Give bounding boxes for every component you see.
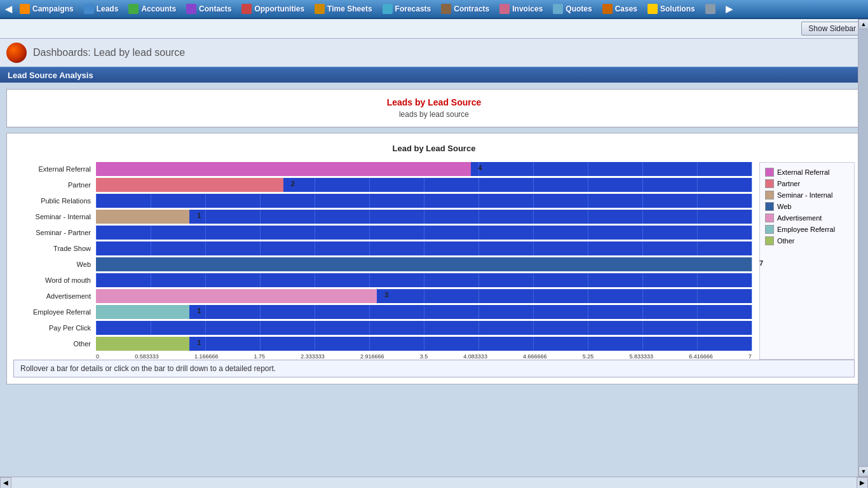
bar-fill: 3: [96, 289, 377, 303]
nav-item-forecasts[interactable]: Forecasts: [377, 3, 437, 15]
bar-label: External Referral: [13, 165, 96, 173]
top-navigation: ◀ Campaigns Leads Accounts Contacts Oppo…: [0, 0, 868, 19]
bar-row[interactable]: Other1: [13, 337, 752, 351]
horizontal-scroll-track[interactable]: [11, 477, 857, 488]
nav-item-cases[interactable]: Cases: [597, 3, 642, 15]
x-axis-label: 7: [749, 353, 752, 360]
bar-label: Seminar - Internal: [13, 213, 96, 220]
more-icon: [705, 4, 715, 14]
x-axis-label: 0.583333: [135, 353, 159, 360]
nav-item-solutions[interactable]: Solutions: [642, 3, 700, 15]
scroll-thumb[interactable]: [858, 29, 868, 466]
bar-label: Pay Per Click: [13, 324, 96, 332]
legend-item: Other: [765, 236, 849, 245]
show-sidebar-button[interactable]: Show Sidebar: [801, 22, 863, 36]
main-content: Leads by Lead Source leads by lead sourc…: [0, 83, 868, 473]
scroll-right-button[interactable]: ▶: [857, 477, 868, 489]
bar-label: Employee Referral: [13, 308, 96, 316]
bar-row[interactable]: Seminar - Internal1: [13, 210, 752, 224]
bar-value-label: 3: [384, 291, 388, 299]
chart-body: Lead by Lead Source External Referral4Pa…: [7, 133, 861, 384]
nav-item-opportunities[interactable]: Opportunities: [236, 3, 309, 15]
legend-color-box: [765, 191, 774, 200]
quotes-icon: [553, 4, 563, 14]
x-axis: 00.5833331.1666661.752.3333332.9166663.5…: [96, 353, 752, 360]
nav-item-invoices[interactable]: Invoices: [494, 3, 548, 15]
nav-item-quotes[interactable]: Quotes: [548, 3, 597, 15]
bar-label: Advertisement: [13, 292, 96, 300]
forecasts-icon: [383, 4, 393, 14]
bar-row[interactable]: Word of mouth: [13, 273, 752, 287]
bar-fill: 1: [96, 210, 189, 224]
nav-item-accounts[interactable]: Accounts: [123, 3, 181, 15]
legend-item: Seminar - Internal: [765, 191, 849, 200]
bar-row[interactable]: Pay Per Click: [13, 321, 752, 335]
bar-value-label: 1: [197, 212, 201, 219]
chart-legend: External ReferralPartnerSeminar - Intern…: [759, 162, 855, 360]
scroll-up-button[interactable]: ▲: [858, 19, 868, 29]
nav-item-leads[interactable]: Leads: [79, 3, 124, 15]
bar-row[interactable]: Public Relations: [13, 194, 752, 208]
nav-scroll-right[interactable]: ▶: [723, 4, 735, 14]
legend-label: Seminar - Internal: [777, 191, 832, 199]
bar-label: Public Relations: [13, 197, 96, 205]
bar-chart: External Referral4Partner2Public Relatio…: [13, 162, 752, 351]
x-axis-label: 0: [96, 353, 99, 360]
legend-item: Employee Referral: [765, 225, 849, 234]
cases-icon: [602, 4, 613, 14]
timesheets-icon: [315, 4, 325, 14]
bar-row[interactable]: Trade Show: [13, 241, 752, 255]
legend-label: External Referral: [777, 168, 830, 176]
bar-label: Web: [13, 261, 96, 268]
bar-label: Trade Show: [13, 245, 96, 252]
accounts-icon: [128, 4, 139, 14]
x-axis-label: 2.916666: [360, 353, 384, 360]
dashboard-title-bar: Dashboards: Lead by lead source: [0, 39, 868, 68]
bar-label: Other: [13, 340, 96, 348]
opportunities-icon: [241, 4, 252, 14]
nav-item-campaigns[interactable]: Campaigns: [15, 3, 79, 15]
bar-row[interactable]: Partner2: [13, 178, 752, 192]
nav-item-timesheets[interactable]: Time Sheets: [309, 3, 377, 15]
bar-label: Seminar - Partner: [13, 229, 96, 236]
legend-item: Partner: [765, 179, 849, 188]
nav-item-contracts[interactable]: Contracts: [436, 3, 494, 15]
chart-title-section: Leads by Lead Source leads by lead sourc…: [7, 90, 861, 127]
legend-color-box: [765, 179, 774, 188]
bar-row[interactable]: Employee Referral1: [13, 305, 752, 319]
legend-color-box: [765, 168, 774, 177]
bar-fill: 2: [96, 178, 283, 192]
scroll-down-button[interactable]: ▼: [858, 466, 868, 477]
bar-fill: 1: [96, 337, 189, 351]
scroll-left-button[interactable]: ◀: [0, 477, 11, 489]
bar-value-label: 2: [291, 180, 295, 187]
bar-row[interactable]: Seminar - Partner: [13, 226, 752, 240]
nav-item-more[interactable]: [700, 3, 723, 15]
chart-title-container: Leads by Lead Source leads by lead sourc…: [6, 89, 862, 128]
right-scrollbar: ▲ ▼: [858, 19, 868, 477]
campaigns-icon: [20, 4, 30, 14]
bar-value-label: 1: [197, 339, 201, 346]
legend-color-box: [765, 225, 774, 234]
bar-row[interactable]: Web7: [13, 257, 752, 271]
bar-row[interactable]: External Referral4: [13, 162, 752, 176]
legend-label: Partner: [777, 180, 800, 187]
x-axis-label: 5.25: [583, 353, 594, 360]
bar-chart-area: External Referral4Partner2Public Relatio…: [13, 162, 752, 360]
nav-scroll-left[interactable]: ◀: [3, 4, 15, 14]
x-axis-label: 6.416666: [689, 353, 713, 360]
contacts-icon: [186, 4, 196, 14]
legend-item: External Referral: [765, 168, 849, 177]
bar-label: Word of mouth: [13, 276, 96, 284]
legend-item: Advertisement: [765, 214, 849, 222]
legend-color-box: [765, 214, 774, 222]
x-axis-label: 1.166666: [194, 353, 219, 360]
bar-fill: 4: [96, 162, 471, 176]
legend-color-box: [765, 236, 774, 245]
bar-row[interactable]: Advertisement3: [13, 289, 752, 303]
legend-label: Web: [777, 203, 791, 210]
x-axis-label: 1.75: [254, 353, 266, 360]
x-axis-label: 4.083333: [463, 353, 487, 360]
nav-item-contacts[interactable]: Contacts: [181, 3, 236, 15]
chart-area: External Referral4Partner2Public Relatio…: [13, 162, 855, 360]
